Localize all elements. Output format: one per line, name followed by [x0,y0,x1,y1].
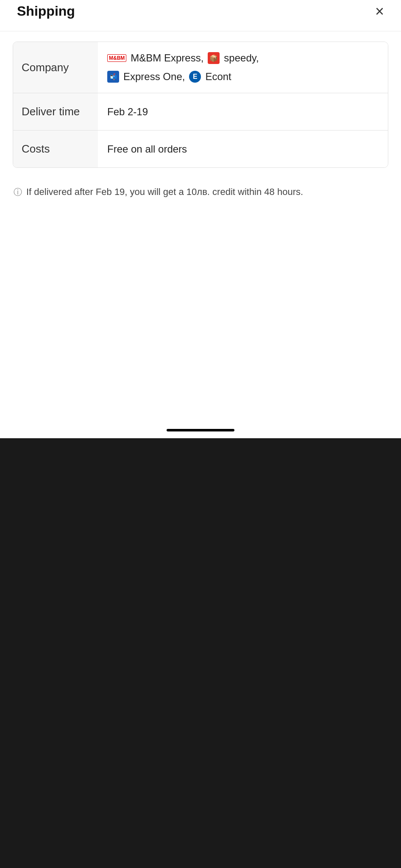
costs-value: Free on all orders [107,143,187,155]
home-indicator [167,429,234,431]
deliver-time-header-cell: Deliver time [13,93,98,130]
shipping-note-text: If delivered after Feb 19, you will get … [26,185,303,199]
deliver-time-header-text: Deliver time [22,105,80,118]
costs-header-text: Costs [22,142,50,156]
mbm-text: M&BM Express, [131,52,203,64]
econt-icon: E [189,71,201,83]
speedy-text: speedy, [224,52,259,64]
speedy-icon: 📦 [208,52,220,64]
express-one-icon: 📬 [107,71,119,83]
modal-title: Shipping [17,3,75,19]
mbm-badge: M&BM [107,54,126,62]
company-logos-2: 📬 Express One, E Econt [107,71,231,83]
company-header-cell: Company [13,42,98,93]
econt-text: Econt [205,71,231,83]
modal-header: Shipping × [0,0,401,31]
deliver-time-value: Feb 2-19 [107,106,148,118]
express-one-text: Express One, [123,71,185,83]
costs-header-cell: Costs [13,131,98,167]
table-row-company: Company M&BM M&BM Express, 📦 speedy, 📬 E… [13,42,388,93]
company-logos: M&BM M&BM Express, 📦 speedy, [107,52,259,64]
table-row-costs: Costs Free on all orders [13,131,388,167]
table-row-deliver-time: Deliver time Feb 2-19 [13,93,388,131]
deliver-time-value-cell: Feb 2-19 [98,93,388,130]
shipping-table: Company M&BM M&BM Express, 📦 speedy, 📬 E… [13,42,388,168]
costs-value-cell: Free on all orders [98,131,388,167]
mbm-express-logo: M&BM [107,54,126,62]
company-header-text: Company [22,61,69,74]
shipping-modal: Shipping × Company M&BM M&BM Express, 📦 [0,0,401,438]
page-background: < Checkout 🔒 All data is encrypted > ✓ F… [0,23,401,438]
company-value-cell: M&BM M&BM Express, 📦 speedy, 📬 Express O… [98,42,388,93]
modal-close-button[interactable]: × [375,4,384,19]
note-info-icon: ⓘ [14,186,22,198]
shipping-note: ⓘ If delivered after Feb 19, you will ge… [0,178,401,199]
